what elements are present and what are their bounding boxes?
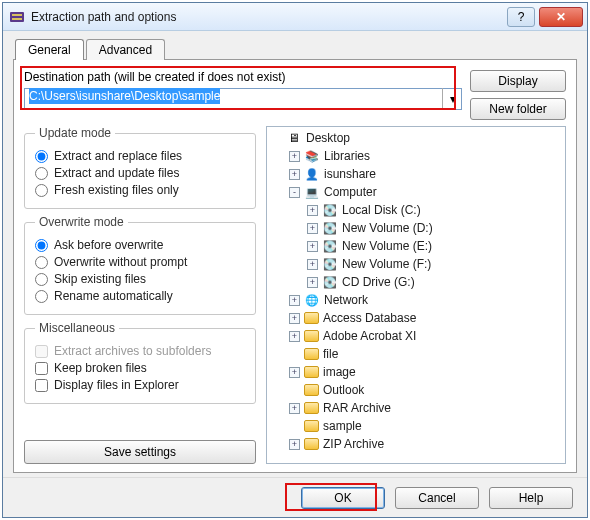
tree-node[interactable]: -Computer [271, 183, 563, 201]
ok-button[interactable]: OK [301, 487, 385, 509]
miscellaneous-group: Miscellaneous Extract archives to subfol… [24, 321, 256, 404]
tab-general-label: General [28, 43, 71, 57]
expand-icon[interactable]: + [289, 367, 300, 378]
tree-node[interactable]: +RAR Archive [271, 399, 563, 417]
tree-node[interactable]: +Network [271, 291, 563, 309]
expand-icon[interactable]: + [289, 331, 300, 342]
tree-node[interactable]: +Libraries [271, 147, 563, 165]
tree-node[interactable]: sample [271, 417, 563, 435]
tree-node-label: isunshare [324, 167, 376, 181]
help-footer-label: Help [519, 491, 544, 505]
expand-icon[interactable]: + [289, 403, 300, 414]
svg-rect-2 [12, 18, 22, 20]
new-folder-button-label: New folder [489, 102, 546, 116]
destination-label: Destination path (will be created if doe… [24, 70, 462, 84]
disk-icon [322, 275, 338, 289]
misc-option-label: Display files in Explorer [54, 378, 179, 392]
help-button[interactable]: ? [507, 7, 535, 27]
tree-node-label: Desktop [306, 131, 350, 145]
expand-icon[interactable]: + [307, 241, 318, 252]
tree-node-label: Access Database [323, 311, 416, 325]
overwrite-mode-option[interactable]: Ask before overwrite [35, 238, 245, 252]
tab-advanced-label: Advanced [99, 43, 152, 57]
overwrite-mode-option-label: Rename automatically [54, 289, 173, 303]
tree-node[interactable]: file [271, 345, 563, 363]
update-mode-radio[interactable] [35, 184, 48, 197]
tab-general[interactable]: General [15, 39, 84, 60]
tree-node[interactable]: +CD Drive (G:) [271, 273, 563, 291]
update-mode-radio[interactable] [35, 150, 48, 163]
expand-icon[interactable]: + [289, 169, 300, 180]
display-button[interactable]: Display [470, 70, 566, 92]
tree-node[interactable]: +Access Database [271, 309, 563, 327]
misc-checkbox[interactable] [35, 379, 48, 392]
expand-icon[interactable]: + [289, 151, 300, 162]
expand-icon[interactable]: + [289, 439, 300, 450]
overwrite-mode-option[interactable]: Skip existing files [35, 272, 245, 286]
svg-rect-0 [10, 12, 24, 22]
user-icon [304, 167, 320, 181]
overwrite-mode-radio[interactable] [35, 273, 48, 286]
tree-node-label: CD Drive (G:) [342, 275, 415, 289]
tree-node-label: Network [324, 293, 368, 307]
destination-row: Destination path (will be created if doe… [24, 70, 566, 120]
overwrite-mode-radio[interactable] [35, 290, 48, 303]
main-row: Update mode Extract and replace filesExt… [24, 126, 566, 464]
tree-node[interactable]: +isunshare [271, 165, 563, 183]
tree-node[interactable]: +Adobe Acrobat XI [271, 327, 563, 345]
update-mode-option[interactable]: Extract and replace files [35, 149, 245, 163]
new-folder-button[interactable]: New folder [470, 98, 566, 120]
tree-node-label: image [323, 365, 356, 379]
expand-icon[interactable]: + [307, 205, 318, 216]
tree-node[interactable]: Outlook [271, 381, 563, 399]
tab-advanced[interactable]: Advanced [86, 39, 165, 60]
overwrite-mode-option[interactable]: Rename automatically [35, 289, 245, 303]
lib-icon [304, 149, 320, 163]
expand-icon[interactable]: + [307, 223, 318, 234]
net-icon [304, 293, 320, 307]
overwrite-mode-option-label: Overwrite without prompt [54, 255, 187, 269]
expand-icon[interactable]: + [307, 259, 318, 270]
update-mode-option[interactable]: Extract and update files [35, 166, 245, 180]
save-settings-button[interactable]: Save settings [24, 440, 256, 464]
tree-node-label: Libraries [324, 149, 370, 163]
destination-path-input[interactable]: C:\Users\isunshare\Desktop\sample [24, 88, 462, 110]
expand-icon[interactable]: + [307, 277, 318, 288]
misc-option[interactable]: Display files in Explorer [35, 378, 245, 392]
tree-node[interactable]: +ZIP Archive [271, 435, 563, 453]
misc-checkbox [35, 345, 48, 358]
expand-icon[interactable]: + [289, 295, 300, 306]
expand-icon[interactable]: + [289, 313, 300, 324]
miscellaneous-legend: Miscellaneous [35, 321, 119, 335]
comp-icon [304, 185, 320, 199]
folder-tree[interactable]: Desktop+Libraries+isunshare-Computer+Loc… [266, 126, 566, 464]
misc-option[interactable]: Keep broken files [35, 361, 245, 375]
misc-checkbox[interactable] [35, 362, 48, 375]
overwrite-mode-radio[interactable] [35, 239, 48, 252]
winrar-icon [9, 9, 25, 25]
overwrite-mode-option[interactable]: Overwrite without prompt [35, 255, 245, 269]
collapse-icon[interactable]: - [289, 187, 300, 198]
update-mode-option[interactable]: Fresh existing files only [35, 183, 245, 197]
tree-node[interactable]: Desktop [271, 129, 563, 147]
disk-icon [322, 203, 338, 217]
cancel-button[interactable]: Cancel [395, 487, 479, 509]
save-settings-label: Save settings [104, 445, 176, 459]
tree-node[interactable]: +image [271, 363, 563, 381]
close-button[interactable]: ✕ [539, 7, 583, 27]
help-footer-button[interactable]: Help [489, 487, 573, 509]
update-mode-radio[interactable] [35, 167, 48, 180]
overwrite-mode-radio[interactable] [35, 256, 48, 269]
misc-option-label: Keep broken files [54, 361, 147, 375]
tree-node[interactable]: +New Volume (F:) [271, 255, 563, 273]
tree-node[interactable]: +Local Disk (C:) [271, 201, 563, 219]
tree-node-label: Computer [324, 185, 377, 199]
overwrite-mode-option-label: Ask before overwrite [54, 238, 163, 252]
tree-node[interactable]: +New Volume (E:) [271, 237, 563, 255]
options-column: Update mode Extract and replace filesExt… [24, 126, 256, 464]
dialog-window: Extraction path and options ? ✕ General … [2, 2, 588, 518]
folder-icon [304, 420, 319, 432]
help-glyph: ? [518, 10, 525, 24]
tree-node[interactable]: +New Volume (D:) [271, 219, 563, 237]
destination-dropdown-button[interactable]: ▾ [442, 88, 462, 110]
